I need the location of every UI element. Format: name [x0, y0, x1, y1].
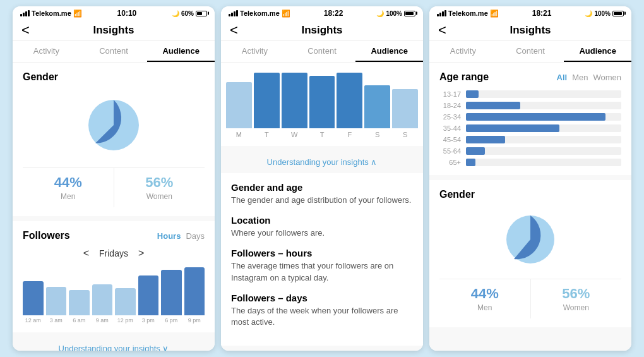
weekly-label: T [320, 131, 325, 138]
age-bar-bg [466, 113, 621, 121]
age-filter-item[interactable]: All [557, 73, 568, 82]
age-bar-bg [466, 136, 621, 143]
followers-header-1: Followers Hours Days [23, 230, 205, 241]
age-bar-bg [466, 159, 621, 166]
followers-tabs-1: Hours Days [157, 231, 205, 241]
age-bar-bg [466, 90, 621, 98]
days-tab-1[interactable]: Days [186, 231, 205, 241]
men-pct-1: 44% [23, 174, 114, 191]
age-filter-item[interactable]: Men [572, 73, 588, 82]
day-nav-1: < Fridays > [23, 248, 205, 259]
tab-audience-3[interactable]: Audience [564, 41, 631, 62]
nav-header-1: < Insights [13, 20, 215, 41]
insight-item: LocationWhere your followers are. [231, 215, 413, 239]
weekly-bar-col: S [364, 73, 390, 138]
age-filter-item[interactable]: Women [593, 73, 621, 82]
bar [69, 290, 90, 316]
weekly-label: S [375, 131, 379, 138]
age-bar-fill [466, 147, 485, 155]
insight-desc: The days of the week when your followers… [231, 305, 413, 328]
gender-stats-1: 44% Men 56% Women [23, 167, 205, 207]
content-3: Age range AllMenWomen 13-1718-2425-3435-… [429, 63, 631, 351]
bar-label: 6 pm [165, 317, 177, 324]
weekly-bar [282, 73, 307, 128]
bar-label: 12 pm [117, 317, 133, 324]
insight-title: Location [231, 215, 413, 226]
carrier-2: Telekom.me [240, 9, 280, 17]
age-row: 45-54 [439, 136, 621, 143]
insight-title: Followers – days [231, 293, 413, 303]
bar [23, 281, 44, 315]
bar-label: 9 pm [188, 317, 201, 324]
status-bar-1: Telekom.me 📶 10:10 🌙 60% [13, 6, 215, 20]
weekly-label: W [291, 131, 297, 138]
battery-3: 100% [594, 10, 611, 17]
weekly-bar-col: T [309, 73, 335, 138]
weekly-bar [226, 82, 252, 128]
bar-label: 9 am [96, 317, 109, 324]
understanding-link-1[interactable]: Understanding your insights ∨ [13, 337, 215, 351]
tab-content-3[interactable]: Content [497, 41, 564, 62]
battery-1: 60% [181, 10, 194, 17]
bar [184, 267, 205, 316]
age-range-label: 25-34 [439, 113, 461, 121]
tab-content-1[interactable]: Content [80, 41, 148, 62]
age-filter: AllMenWomen [557, 73, 621, 82]
gender-title-3: Gender [439, 189, 621, 200]
age-range-label: 45-54 [439, 136, 461, 143]
page-title-3: Insights [439, 24, 621, 37]
understanding-link-2[interactable]: Understanding your insights ∧ [221, 151, 423, 173]
back-button-2[interactable]: < [230, 22, 238, 39]
tab-audience-2[interactable]: Audience [355, 41, 423, 62]
men-label-1: Men [23, 192, 114, 201]
battery-icon-1 [196, 11, 207, 16]
tab-content-2[interactable]: Content [289, 41, 356, 62]
moon-icon-3: 🌙 [585, 10, 592, 17]
back-button-3[interactable]: < [438, 22, 446, 39]
weekly-bar [254, 73, 280, 128]
insight-title: Followers – hours [231, 248, 413, 258]
insight-desc: The average times that your followers ar… [231, 260, 413, 283]
age-bar-fill [466, 136, 505, 143]
weekly-bar [392, 89, 418, 128]
status-bar-2: Telekom.me 📶 18:22 🌙 100% [221, 6, 423, 20]
content-2: MTWTFSS Understanding your insights ∧ Ge… [221, 63, 423, 351]
tab-audience-1[interactable]: Audience [147, 41, 215, 62]
hours-tab-1[interactable]: Hours [157, 231, 181, 241]
nav-header-3: < Insights [429, 20, 631, 41]
bar-label: 6 am [73, 317, 85, 324]
bar [46, 287, 67, 315]
gender-stats-3: 44% Men 56% Women [439, 279, 621, 318]
next-arrow-1[interactable]: > [138, 248, 144, 259]
wifi-icon: 📶 [73, 9, 82, 18]
age-row: 25-34 [439, 113, 621, 121]
age-row: 65+ [439, 159, 621, 166]
time-1: 10:10 [117, 9, 137, 18]
age-bar-bg [466, 124, 621, 132]
weekly-bar [337, 73, 362, 128]
women-label-1: Women [114, 192, 205, 201]
battery-icon-2 [404, 11, 415, 16]
tab-activity-1[interactable]: Activity [13, 41, 80, 62]
bar-col: 6 pm [161, 267, 182, 324]
bar-col: 9 pm [184, 267, 205, 324]
age-range-label: 65+ [439, 159, 461, 166]
bar [161, 270, 182, 315]
battery-icon-3 [612, 11, 624, 16]
men-stat-1: 44% Men [23, 168, 114, 207]
women-pct-1: 56% [114, 174, 205, 191]
wifi-icon-3: 📶 [490, 9, 499, 18]
age-bar-fill [466, 159, 475, 166]
insights-list: Gender and ageThe gender and age distrib… [221, 173, 423, 346]
tab-activity-2[interactable]: Activity [221, 41, 289, 62]
status-bar-3: Telekom.me 📶 18:21 🌙 100% [429, 6, 631, 20]
prev-arrow-1[interactable]: < [83, 248, 89, 259]
gender-title-1: Gender [23, 71, 205, 83]
pie-chart-1 [23, 90, 205, 160]
men-stat-3: 44% Men [439, 279, 531, 318]
age-range-label: 13-17 [439, 90, 461, 98]
back-button-1[interactable]: < [21, 22, 30, 39]
tab-activity-3[interactable]: Activity [429, 41, 497, 62]
bar-col: 9 am [92, 267, 113, 324]
wifi-icon-2: 📶 [282, 9, 290, 18]
